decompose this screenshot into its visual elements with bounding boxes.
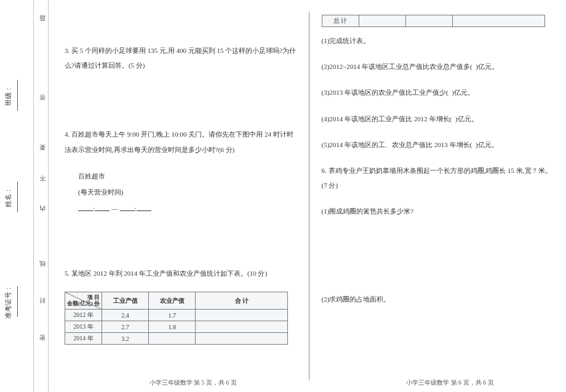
row-year: 2014 年: [65, 333, 102, 345]
cell: 1.8: [149, 321, 196, 333]
shop-name: 百姓超市: [78, 168, 300, 184]
page-6: 总 计 (1)完成统计表。 (2)2012~2014 年该地区工业总产值比农业总…: [309, 0, 567, 392]
warn-char: 题: [38, 25, 47, 26]
cell-blank: [196, 310, 288, 321]
stat-table: 项 目 金额(亿元) 份 工业产值 农业产值 合 计 2012 年 2.4 1.…: [65, 292, 288, 345]
page-5: 3. 买 5 个同样的小足球要用 135 元,用 400 元能买到 15 个这样…: [52, 0, 309, 392]
name-field-line: [17, 182, 18, 213]
warn-char: 不: [38, 185, 47, 186]
col-industrial: 工业产值: [102, 292, 149, 310]
stat-table-total-row: 总 计: [322, 15, 545, 27]
diag-bot: 金额(亿元) 份: [67, 300, 100, 308]
question-6-text: 6. 养鸡专业户王奶奶靠墙用木条围起一个长方形的鸡圈,鸡圈长 15 米,宽 7 …: [322, 163, 557, 193]
footer-page-6: 小学三年级数学 第 6 页，共 6 页: [322, 378, 567, 387]
shop-sub: (每天营业时间): [78, 184, 300, 200]
warn-char: 密: [38, 345, 47, 346]
col-agricultural: 农业产值: [149, 292, 196, 310]
warn-char: 线: [38, 271, 47, 272]
name-label: 姓名：: [4, 187, 12, 207]
cell: 1.7: [149, 310, 196, 321]
cell: 2.4: [102, 310, 149, 321]
q5-sub2: (2)2012~2014 年该地区工业总产值比农业总产值多( )亿元。: [322, 59, 557, 74]
q5-sub1: (1)完成统计表。: [322, 33, 557, 48]
cell: 2.7: [102, 321, 149, 333]
q6-sub1: (1)围成鸡圈的篱笆共长多少米?: [322, 204, 557, 218]
cell-blank: [196, 321, 288, 333]
cell: 3.2: [102, 333, 149, 345]
exam-id-label: 准考证号：: [4, 285, 12, 319]
cell: [149, 333, 196, 345]
q5-sub5: (5)2014 年该地区的工、农业总产值比 2013 年增长( )亿元。: [322, 137, 557, 152]
warn-char: 要: [38, 154, 47, 155]
footer-page-5: 小学三年级数学 第 5 页，共 6 页: [65, 378, 322, 387]
exam-id-field-line: [17, 287, 18, 318]
col-total: 合 计: [196, 292, 288, 310]
question-4-text: 4. 百姓超市每天上午 9:00 开门,晚上 10:00 关门。请你先在下图中用…: [65, 127, 300, 156]
cell-blank: [359, 15, 405, 27]
row-year: 2012 年: [65, 310, 102, 321]
row-year: 2013 年: [65, 321, 102, 333]
time-blank: : — :: [78, 201, 300, 217]
class-label: 班级：: [4, 86, 12, 106]
class-field-line: [17, 81, 18, 111]
warn-char: 内: [38, 215, 47, 217]
q6-sub2: (2)求鸡圈的占地面积。: [322, 292, 557, 306]
cell-blank: [196, 333, 288, 345]
cell-blank: [452, 15, 544, 27]
warn-char: 封: [38, 308, 47, 309]
question-5-text: 5. 某地区 2012 年到 2014 年工业产值和农业产值统计如下表。(10 …: [65, 266, 300, 281]
warn-char: 答: [38, 105, 47, 106]
question-3: 3. 买 5 个同样的小足球要用 135 元,用 400 元能买到 15 个这样…: [65, 43, 300, 73]
total-row-label: 总 计: [322, 15, 359, 27]
q5-sub3: (3)2013 年该地区的农业产值比工业产值少( )亿元。: [322, 85, 557, 100]
cell-blank: [405, 15, 452, 27]
q5-sub4: (4)2014 年该地区的工业产值比 2012 年增长( )亿元。: [322, 111, 557, 126]
